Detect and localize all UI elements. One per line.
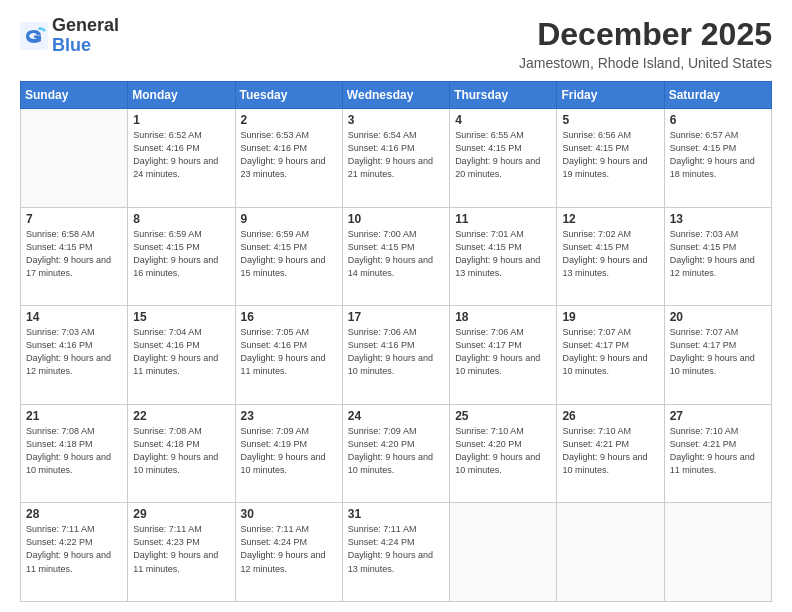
day-info: Sunrise: 7:10 AMSunset: 4:20 PMDaylight:… (455, 425, 551, 477)
day-number: 26 (562, 409, 658, 423)
day-number: 27 (670, 409, 766, 423)
logo-icon (20, 22, 48, 50)
table-row (664, 503, 771, 602)
table-row: 20Sunrise: 7:07 AMSunset: 4:17 PMDayligh… (664, 306, 771, 405)
day-info: Sunrise: 7:08 AMSunset: 4:18 PMDaylight:… (133, 425, 229, 477)
week-row: 14Sunrise: 7:03 AMSunset: 4:16 PMDayligh… (21, 306, 772, 405)
day-number: 10 (348, 212, 444, 226)
table-row: 22Sunrise: 7:08 AMSunset: 4:18 PMDayligh… (128, 404, 235, 503)
day-number: 5 (562, 113, 658, 127)
day-info: Sunrise: 6:57 AMSunset: 4:15 PMDaylight:… (670, 129, 766, 181)
day-number: 20 (670, 310, 766, 324)
page: General Blue December 2025 Jamestown, Rh… (0, 0, 792, 612)
week-row: 28Sunrise: 7:11 AMSunset: 4:22 PMDayligh… (21, 503, 772, 602)
table-row: 9Sunrise: 6:59 AMSunset: 4:15 PMDaylight… (235, 207, 342, 306)
day-info: Sunrise: 7:11 AMSunset: 4:24 PMDaylight:… (241, 523, 337, 575)
day-info: Sunrise: 7:06 AMSunset: 4:17 PMDaylight:… (455, 326, 551, 378)
location: Jamestown, Rhode Island, United States (519, 55, 772, 71)
col-sunday: Sunday (21, 82, 128, 109)
table-row: 25Sunrise: 7:10 AMSunset: 4:20 PMDayligh… (450, 404, 557, 503)
day-info: Sunrise: 7:00 AMSunset: 4:15 PMDaylight:… (348, 228, 444, 280)
day-number: 8 (133, 212, 229, 226)
table-row: 4Sunrise: 6:55 AMSunset: 4:15 PMDaylight… (450, 109, 557, 208)
table-row: 31Sunrise: 7:11 AMSunset: 4:24 PMDayligh… (342, 503, 449, 602)
day-info: Sunrise: 7:08 AMSunset: 4:18 PMDaylight:… (26, 425, 122, 477)
day-number: 29 (133, 507, 229, 521)
day-number: 22 (133, 409, 229, 423)
header-row: Sunday Monday Tuesday Wednesday Thursday… (21, 82, 772, 109)
day-info: Sunrise: 6:54 AMSunset: 4:16 PMDaylight:… (348, 129, 444, 181)
day-info: Sunrise: 6:55 AMSunset: 4:15 PMDaylight:… (455, 129, 551, 181)
day-info: Sunrise: 7:11 AMSunset: 4:24 PMDaylight:… (348, 523, 444, 575)
table-row: 23Sunrise: 7:09 AMSunset: 4:19 PMDayligh… (235, 404, 342, 503)
table-row: 29Sunrise: 7:11 AMSunset: 4:23 PMDayligh… (128, 503, 235, 602)
day-info: Sunrise: 6:59 AMSunset: 4:15 PMDaylight:… (133, 228, 229, 280)
table-row: 3Sunrise: 6:54 AMSunset: 4:16 PMDaylight… (342, 109, 449, 208)
day-info: Sunrise: 7:11 AMSunset: 4:22 PMDaylight:… (26, 523, 122, 575)
day-number: 14 (26, 310, 122, 324)
day-info: Sunrise: 7:09 AMSunset: 4:20 PMDaylight:… (348, 425, 444, 477)
table-row: 14Sunrise: 7:03 AMSunset: 4:16 PMDayligh… (21, 306, 128, 405)
day-number: 30 (241, 507, 337, 521)
day-info: Sunrise: 7:03 AMSunset: 4:15 PMDaylight:… (670, 228, 766, 280)
col-wednesday: Wednesday (342, 82, 449, 109)
day-number: 7 (26, 212, 122, 226)
col-monday: Monday (128, 82, 235, 109)
month-title: December 2025 (519, 16, 772, 53)
day-number: 9 (241, 212, 337, 226)
title-block: December 2025 Jamestown, Rhode Island, U… (519, 16, 772, 71)
day-number: 11 (455, 212, 551, 226)
day-number: 31 (348, 507, 444, 521)
day-info: Sunrise: 7:05 AMSunset: 4:16 PMDaylight:… (241, 326, 337, 378)
day-number: 16 (241, 310, 337, 324)
day-info: Sunrise: 7:09 AMSunset: 4:19 PMDaylight:… (241, 425, 337, 477)
calendar-table: Sunday Monday Tuesday Wednesday Thursday… (20, 81, 772, 602)
table-row: 6Sunrise: 6:57 AMSunset: 4:15 PMDaylight… (664, 109, 771, 208)
header: General Blue December 2025 Jamestown, Rh… (20, 16, 772, 71)
table-row: 15Sunrise: 7:04 AMSunset: 4:16 PMDayligh… (128, 306, 235, 405)
table-row: 21Sunrise: 7:08 AMSunset: 4:18 PMDayligh… (21, 404, 128, 503)
col-saturday: Saturday (664, 82, 771, 109)
day-number: 19 (562, 310, 658, 324)
day-info: Sunrise: 7:06 AMSunset: 4:16 PMDaylight:… (348, 326, 444, 378)
table-row: 12Sunrise: 7:02 AMSunset: 4:15 PMDayligh… (557, 207, 664, 306)
day-number: 23 (241, 409, 337, 423)
day-number: 3 (348, 113, 444, 127)
table-row: 27Sunrise: 7:10 AMSunset: 4:21 PMDayligh… (664, 404, 771, 503)
day-number: 18 (455, 310, 551, 324)
day-number: 6 (670, 113, 766, 127)
table-row (450, 503, 557, 602)
logo-text: General Blue (52, 16, 119, 56)
day-info: Sunrise: 7:07 AMSunset: 4:17 PMDaylight:… (670, 326, 766, 378)
day-number: 15 (133, 310, 229, 324)
day-info: Sunrise: 7:10 AMSunset: 4:21 PMDaylight:… (562, 425, 658, 477)
table-row: 24Sunrise: 7:09 AMSunset: 4:20 PMDayligh… (342, 404, 449, 503)
table-row: 13Sunrise: 7:03 AMSunset: 4:15 PMDayligh… (664, 207, 771, 306)
day-info: Sunrise: 7:01 AMSunset: 4:15 PMDaylight:… (455, 228, 551, 280)
table-row: 26Sunrise: 7:10 AMSunset: 4:21 PMDayligh… (557, 404, 664, 503)
day-info: Sunrise: 7:03 AMSunset: 4:16 PMDaylight:… (26, 326, 122, 378)
week-row: 7Sunrise: 6:58 AMSunset: 4:15 PMDaylight… (21, 207, 772, 306)
table-row: 10Sunrise: 7:00 AMSunset: 4:15 PMDayligh… (342, 207, 449, 306)
table-row: 2Sunrise: 6:53 AMSunset: 4:16 PMDaylight… (235, 109, 342, 208)
day-number: 1 (133, 113, 229, 127)
day-number: 24 (348, 409, 444, 423)
table-row (21, 109, 128, 208)
table-row: 5Sunrise: 6:56 AMSunset: 4:15 PMDaylight… (557, 109, 664, 208)
day-number: 12 (562, 212, 658, 226)
col-tuesday: Tuesday (235, 82, 342, 109)
table-row: 30Sunrise: 7:11 AMSunset: 4:24 PMDayligh… (235, 503, 342, 602)
logo-blue: Blue (52, 36, 119, 56)
table-row: 17Sunrise: 7:06 AMSunset: 4:16 PMDayligh… (342, 306, 449, 405)
day-info: Sunrise: 7:10 AMSunset: 4:21 PMDaylight:… (670, 425, 766, 477)
day-number: 28 (26, 507, 122, 521)
day-info: Sunrise: 6:56 AMSunset: 4:15 PMDaylight:… (562, 129, 658, 181)
day-info: Sunrise: 7:07 AMSunset: 4:17 PMDaylight:… (562, 326, 658, 378)
day-number: 2 (241, 113, 337, 127)
day-info: Sunrise: 6:58 AMSunset: 4:15 PMDaylight:… (26, 228, 122, 280)
table-row: 11Sunrise: 7:01 AMSunset: 4:15 PMDayligh… (450, 207, 557, 306)
day-info: Sunrise: 6:53 AMSunset: 4:16 PMDaylight:… (241, 129, 337, 181)
table-row (557, 503, 664, 602)
day-info: Sunrise: 7:02 AMSunset: 4:15 PMDaylight:… (562, 228, 658, 280)
table-row: 19Sunrise: 7:07 AMSunset: 4:17 PMDayligh… (557, 306, 664, 405)
